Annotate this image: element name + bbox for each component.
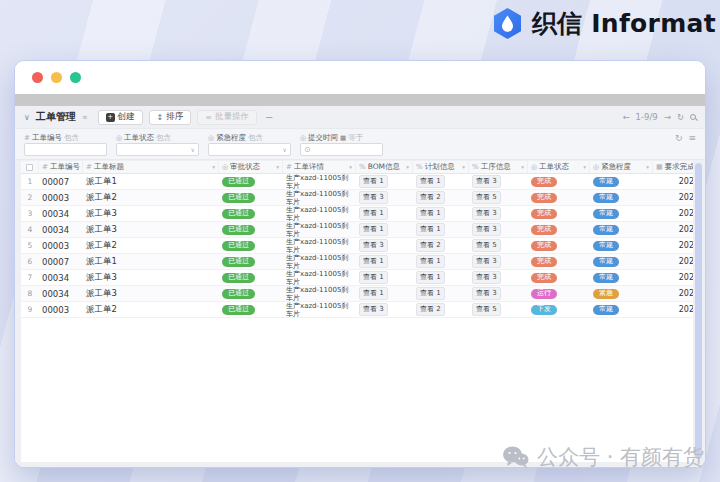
column-header-8[interactable]: ◎紧急程度▾ <box>590 161 653 173</box>
bom-info-link[interactable]: 查看 1 <box>359 255 388 267</box>
cell-order-no: 00003 <box>39 302 83 317</box>
table-row[interactable]: 900003派工单2已通过生产xazd-11005刹车片查看 3查看 2查看 5… <box>21 302 693 318</box>
cell-order-detail: 生产xazd-11005刹车片 <box>283 302 356 317</box>
column-header-2[interactable]: ◎审批状态▾ <box>219 161 283 173</box>
process-info-link[interactable]: 查看 3 <box>472 271 501 283</box>
table-row[interactable]: 100007派工单1已通过生产xazd-11005刹车片查看 1查看 1查看 3… <box>21 174 693 190</box>
bom-info-link[interactable]: 查看 1 <box>359 223 388 235</box>
bom-info-link[interactable]: 查看 1 <box>359 207 388 219</box>
field-type-icon: ▦ <box>656 163 663 171</box>
prev-page-button[interactable]: ← <box>622 112 629 122</box>
create-button[interactable]: + 创建 <box>98 110 143 125</box>
bom-info-link[interactable]: 查看 3 <box>359 191 388 203</box>
cell-order-no: 00003 <box>39 238 83 253</box>
filter-label: #工单编号包含 <box>24 132 107 143</box>
bom-info-link[interactable]: 查看 1 <box>359 271 388 283</box>
plan-info-link[interactable]: 查看 1 <box>416 223 445 235</box>
cell-order-title: 派工单1 <box>83 254 219 269</box>
chevron-down-icon: ▾ <box>212 164 215 170</box>
filter-refresh-icon[interactable]: ↻ <box>675 133 683 143</box>
select-all-checkbox[interactable] <box>21 161 39 173</box>
next-page-button[interactable]: → <box>664 112 671 122</box>
table-row[interactable]: 600007派工单1已通过生产xazd-11005刹车片查看 1查看 1查看 3… <box>21 254 693 270</box>
bom-info-link[interactable]: 查看 1 <box>359 287 388 299</box>
cell-process: 查看 3 <box>469 174 528 189</box>
process-info-link[interactable]: 查看 3 <box>472 207 501 219</box>
settings-icon[interactable]: ∝ <box>82 113 88 122</box>
batch-actions-button[interactable]: ≡ 批量操作 <box>197 110 257 125</box>
more-icon[interactable]: − <box>265 112 273 123</box>
field-type-icon: ◎ <box>593 163 599 171</box>
plan-info-link[interactable]: 查看 2 <box>416 303 445 315</box>
cell-urgency: 常规 <box>590 174 653 189</box>
column-label: 审批状态 <box>230 162 260 172</box>
cell-approval-status: 已通过 <box>219 238 283 253</box>
bom-info-link[interactable]: 查看 1 <box>359 175 388 187</box>
urgency-badge: 常规 <box>593 257 619 267</box>
plan-info-link[interactable]: 查看 1 <box>416 287 445 299</box>
row-index: 4 <box>21 222 39 237</box>
filter-operator[interactable]: 包含 <box>156 133 171 143</box>
filter-operator[interactable]: 等于 <box>348 133 363 143</box>
table-row[interactable]: 300034派工单3已通过生产xazd-11005刹车片查看 1查看 1查看 3… <box>21 206 693 222</box>
filter-input-3[interactable]: ⊙ <box>300 143 383 156</box>
cell-approval-status: 已通过 <box>219 286 283 301</box>
filter-field-name: 工单状态 <box>124 133 154 143</box>
table-row[interactable]: 400034派工单3已通过生产xazd-11005刹车片查看 1查看 1查看 3… <box>21 222 693 238</box>
cell-order-no: 00034 <box>39 270 83 285</box>
column-header-4[interactable]: %BOM信息▾ <box>356 161 413 173</box>
plan-info-link[interactable]: 查看 1 <box>416 175 445 187</box>
table-row[interactable]: 700034派工单3已通过生产xazd-11005刹车片查看 1查看 1查看 3… <box>21 270 693 286</box>
zoom-window-button[interactable] <box>70 72 81 83</box>
table-row[interactable]: 800034派工单3已通过生产xazd-11005刹车片查看 1查看 1查看 3… <box>21 286 693 302</box>
close-window-button[interactable] <box>32 72 43 83</box>
refresh-icon[interactable]: ↻ <box>677 112 684 122</box>
cell-order-no: 00034 <box>39 206 83 221</box>
page-range: 1-9/9 <box>636 112 658 122</box>
brand-logo-icon <box>492 7 523 40</box>
watermark: 公众号 · 有颜有货 <box>502 443 704 471</box>
cell-bom: 查看 1 <box>356 270 413 285</box>
column-header-3[interactable]: #工单详情▾ <box>283 161 356 173</box>
plan-info-link[interactable]: 查看 1 <box>416 271 445 283</box>
column-header-0[interactable]: #工单编号▾ <box>39 161 83 173</box>
order-detail-text: 生产xazd-11005刹车片 <box>286 286 353 301</box>
collapse-view-icon[interactable]: ∨ <box>24 113 30 122</box>
process-info-link[interactable]: 查看 3 <box>472 223 501 235</box>
minimize-window-button[interactable] <box>51 72 62 83</box>
column-header-6[interactable]: %工序信息▾ <box>469 161 528 173</box>
process-info-link[interactable]: 查看 3 <box>472 255 501 267</box>
filter-input-0[interactable] <box>24 143 107 156</box>
table-row[interactable]: 200003派工单2已通过生产xazd-11005刹车片查看 3查看 2查看 5… <box>21 190 693 206</box>
table-row[interactable]: 500003派工单2已通过生产xazd-11005刹车片查看 3查看 2查看 5… <box>21 238 693 254</box>
filter-operator[interactable]: 包含 <box>64 133 79 143</box>
cell-urgency: 常规 <box>590 222 653 237</box>
process-info-link[interactable]: 查看 5 <box>472 303 501 315</box>
plan-info-link[interactable]: 查看 2 <box>416 239 445 251</box>
plan-info-link[interactable]: 查看 2 <box>416 191 445 203</box>
column-header-9[interactable]: ▦要求完成时间 <box>653 161 693 173</box>
urgency-badge: 常规 <box>593 241 619 251</box>
cell-order-detail: 生产xazd-11005刹车片 <box>283 254 356 269</box>
column-header-1[interactable]: #工单标题▾ <box>83 161 219 173</box>
plan-info-link[interactable]: 查看 1 <box>416 207 445 219</box>
process-info-link[interactable]: 查看 3 <box>472 287 501 299</box>
bom-info-link[interactable]: 查看 3 <box>359 303 388 315</box>
column-header-7[interactable]: ◎工单状态▾ <box>528 161 590 173</box>
filter-input-1[interactable]: ∨ <box>116 143 199 156</box>
process-info-link[interactable]: 查看 3 <box>472 175 501 187</box>
process-info-link[interactable]: 查看 5 <box>472 191 501 203</box>
column-label: 工单编号 <box>50 162 80 172</box>
cell-approval-status: 已通过 <box>219 190 283 205</box>
bom-info-link[interactable]: 查看 3 <box>359 239 388 251</box>
sort-button[interactable]: ↕ 排序 <box>149 110 192 125</box>
process-info-link[interactable]: 查看 5 <box>472 239 501 251</box>
search-icon[interactable] <box>690 114 696 120</box>
filter-operator[interactable]: 包含 <box>248 133 263 143</box>
filter-input-2[interactable]: ∨ <box>208 143 291 156</box>
column-header-5[interactable]: %计划信息▾ <box>413 161 469 173</box>
filter-collapse-icon[interactable]: ≡ <box>688 133 696 143</box>
plan-info-link[interactable]: 查看 1 <box>416 255 445 267</box>
vertical-scrollbar[interactable] <box>695 163 702 459</box>
urgency-badge: 常规 <box>593 305 619 315</box>
